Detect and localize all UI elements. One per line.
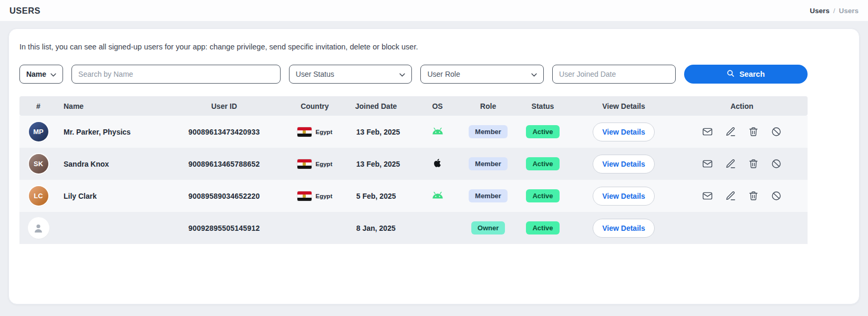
col-header-view-details: View Details bbox=[571, 102, 676, 110]
chevron-down-icon bbox=[50, 70, 56, 78]
view-details-button[interactable]: View Details bbox=[593, 219, 655, 238]
country-cell: Egypt bbox=[281, 127, 349, 137]
user-status-select[interactable]: User Status bbox=[289, 65, 412, 84]
view-details-cell: View Details bbox=[571, 123, 676, 141]
android-icon bbox=[431, 128, 445, 137]
view-details-cell: View Details bbox=[571, 155, 676, 174]
user-status-select-value: User Status bbox=[296, 70, 334, 78]
email-icon[interactable] bbox=[702, 158, 713, 169]
edit-icon[interactable] bbox=[725, 126, 736, 137]
view-details-button[interactable]: View Details bbox=[593, 187, 655, 206]
user-role-select[interactable]: User Role bbox=[420, 65, 544, 84]
role-badge: Member bbox=[469, 189, 508, 202]
joined-date: 13 Feb, 2025 bbox=[349, 128, 413, 136]
user-id: 90089613473420933 bbox=[168, 128, 281, 136]
col-header-status: Status bbox=[514, 102, 571, 110]
country-label: Egypt bbox=[316, 193, 333, 199]
delete-icon[interactable] bbox=[748, 190, 759, 201]
joined-date: 5 Feb, 2025 bbox=[349, 192, 413, 200]
breadcrumb-current: Users bbox=[839, 7, 859, 15]
chevron-down-icon bbox=[531, 70, 537, 78]
avatar: MP bbox=[19, 122, 57, 141]
status-cell: Active bbox=[514, 189, 571, 202]
col-header-os: OS bbox=[413, 102, 462, 110]
user-id: 90092895505145912 bbox=[168, 224, 281, 232]
breadcrumb: Users / Users bbox=[810, 7, 859, 15]
role-badge: Owner bbox=[471, 221, 505, 235]
action-cell bbox=[676, 126, 808, 137]
view-details-button[interactable]: View Details bbox=[593, 123, 655, 141]
status-cell: Active bbox=[514, 125, 571, 138]
email-icon[interactable] bbox=[702, 190, 713, 201]
delete-icon[interactable] bbox=[748, 126, 759, 137]
avatar-placeholder-icon bbox=[29, 218, 48, 238]
view-details-button[interactable]: View Details bbox=[593, 155, 655, 174]
role-cell: Member bbox=[462, 157, 514, 170]
egypt-flag-icon bbox=[297, 191, 312, 201]
table-header-row: # Name User ID Country Joined Date OS Ro… bbox=[19, 96, 808, 116]
search-field-selector-value: Name bbox=[26, 70, 46, 78]
joined-date: 13 Feb, 2025 bbox=[349, 160, 413, 168]
table-row: MP Mr. Parker, Physics 90089613473420933… bbox=[19, 116, 808, 148]
apple-icon bbox=[433, 161, 442, 170]
status-cell: Active bbox=[514, 221, 571, 235]
edit-icon[interactable] bbox=[725, 190, 736, 201]
egypt-flag-icon bbox=[297, 159, 312, 169]
col-header-joined-date: Joined Date bbox=[349, 102, 413, 110]
col-header-action: Action bbox=[676, 102, 808, 110]
action-cell bbox=[676, 190, 808, 201]
role-badge: Member bbox=[469, 157, 508, 170]
users-table: # Name User ID Country Joined Date OS Ro… bbox=[19, 96, 808, 244]
col-header-name: Name bbox=[57, 102, 168, 110]
joined-date: 8 Jan, 2025 bbox=[349, 224, 413, 232]
user-id: 90089589034652220 bbox=[168, 192, 281, 200]
col-header-country: Country bbox=[281, 102, 349, 110]
page-title: USERS bbox=[9, 6, 40, 16]
country-cell: Egypt bbox=[281, 159, 349, 169]
user-name: Mr. Parker, Physics bbox=[57, 128, 168, 136]
android-icon bbox=[431, 192, 445, 201]
status-badge: Active bbox=[526, 125, 559, 138]
filter-bar: Name User Status User Role Search bbox=[19, 65, 808, 84]
action-cell bbox=[676, 158, 808, 169]
table-row: LC Lily Clark 90089589034652220 Egypt 5 … bbox=[19, 180, 808, 212]
status-badge: Active bbox=[526, 189, 559, 202]
edit-icon[interactable] bbox=[725, 158, 736, 169]
view-details-cell: View Details bbox=[571, 219, 676, 238]
status-cell: Active bbox=[514, 157, 571, 170]
role-cell: Owner bbox=[462, 221, 514, 235]
user-name: Sandra Knox bbox=[57, 160, 168, 168]
delete-icon[interactable] bbox=[748, 158, 759, 169]
block-icon[interactable] bbox=[771, 126, 782, 137]
users-card: In this list, you can see all signed-up … bbox=[8, 28, 860, 304]
joined-date-input[interactable] bbox=[552, 65, 676, 84]
block-icon[interactable] bbox=[771, 190, 782, 201]
email-icon[interactable] bbox=[702, 126, 713, 137]
search-field-selector[interactable]: Name bbox=[19, 65, 63, 84]
user-name: Lily Clark bbox=[57, 192, 168, 200]
avatar: SK bbox=[19, 154, 57, 174]
block-icon[interactable] bbox=[771, 158, 782, 169]
table-row: SK Sandra Knox 90089613465788652 Egypt 1… bbox=[19, 148, 808, 180]
view-details-cell: View Details bbox=[571, 187, 676, 206]
col-header-role: Role bbox=[462, 102, 514, 110]
country-label: Egypt bbox=[316, 129, 333, 135]
breadcrumb-link-users[interactable]: Users bbox=[810, 7, 830, 15]
status-badge: Active bbox=[526, 221, 559, 235]
breadcrumb-separator: / bbox=[833, 7, 835, 15]
search-button[interactable]: Search bbox=[684, 65, 808, 84]
status-badge: Active bbox=[526, 157, 559, 170]
intro-text: In this list, you can see all signed-up … bbox=[19, 43, 849, 51]
os-cell bbox=[413, 158, 462, 170]
country-cell: Egypt bbox=[281, 191, 349, 201]
col-header-user-id: User ID bbox=[168, 102, 281, 110]
role-cell: Member bbox=[462, 189, 514, 202]
search-input[interactable] bbox=[71, 65, 281, 84]
user-id: 90089613465788652 bbox=[168, 160, 281, 168]
role-cell: Member bbox=[462, 125, 514, 138]
avatar: LC bbox=[19, 186, 57, 206]
user-role-select-value: User Role bbox=[427, 70, 460, 78]
col-header-index: # bbox=[19, 102, 57, 110]
avatar bbox=[19, 218, 57, 238]
chevron-down-icon bbox=[399, 70, 405, 78]
